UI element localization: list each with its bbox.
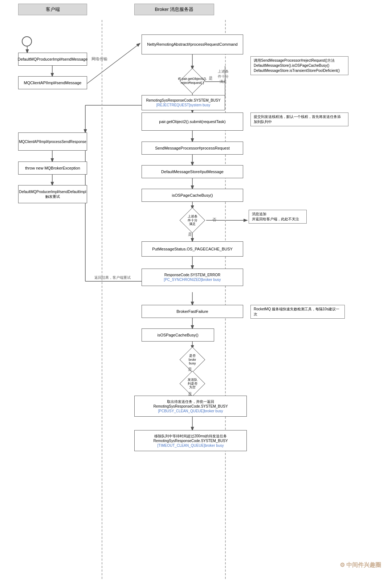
node-n1: DefaultMQProducerImpl#sendMessage <box>18 53 87 66</box>
diamond-n10: 上述条件十分满足 <box>178 208 207 233</box>
node-n17: 移除队列中等待时间超过200ms的待发送任务RemotingSysRespons… <box>134 430 247 451</box>
yes-label-n4: 是 <box>209 75 213 81</box>
node-n8: DefaultMessageStore#putMessage <box>142 165 243 178</box>
node-retry: DefaultMQProducerImpl#sendDefaultImpl触发重… <box>18 185 87 203</box>
annotation-n6: 提交到发送线程池，默认一个线程，首先将发送任务添加到队列中 <box>250 113 348 126</box>
client-label: 客户端 <box>46 7 60 12</box>
node-n6: pair.getObject2().submit(requestTask) <box>142 113 243 131</box>
condition-label-1: 上述条件十分满足 <box>218 69 229 84</box>
node-n5: RemotingSysResponseCode.SYSTEM_BUSY[REJE… <box>142 95 225 110</box>
node-n12: ResponseCode.SYSTEM_ERROR[PC_SYNCHRONIZE… <box>142 269 243 286</box>
annotation-n12: 返回结果，客户端重试 <box>94 275 131 280</box>
node-n16: 取出待发送任务，并统一返回RemotingSysResponseCode.SYS… <box>134 396 247 417</box>
node-n9: isOSPageCacheBusy() <box>142 189 243 202</box>
node-n7: SendMessageProcessor#processRequest <box>142 142 243 155</box>
divider-right <box>225 20 226 579</box>
annotation-no: 消息追加并返回给客户端，此处不关注 <box>249 210 307 224</box>
diamond-n4: If( pair.getObject1().rejectRequest( ) <box>178 68 207 94</box>
node-processSend: MQClientAPIImpl#processSendResponse <box>18 132 87 151</box>
node-throw: throw new MQBrokerException <box>18 162 87 175</box>
annotation-n4: 调用SendMessageProcessor#rejectRequest()方法… <box>250 56 348 75</box>
annotation-n13: RocketMQ 服务端快速失败检测工具，每隔10s建议一次 <box>250 305 345 319</box>
diamond-n14: 是否brokrbusy <box>178 347 207 372</box>
svg-line-2 <box>87 44 140 83</box>
header-broker: Broker 消息服务器 <box>134 4 214 15</box>
node-n14: isOSPageCacheBusy() <box>142 328 214 342</box>
diamond-n15: 发送队列是否为空 <box>178 371 207 396</box>
divider-left <box>102 20 102 579</box>
no-label-n10: 否 <box>212 217 216 222</box>
node-n3: NettyRemotingAbstract#processRequestComm… <box>142 34 243 54</box>
node-n11: PutMessageStatus.OS_PAGECACHE_BUSY <box>142 241 243 257</box>
yes-label-n10: 是 <box>188 232 192 237</box>
start-circle <box>22 36 32 46</box>
node-n2: MQClientAPIImpl#sendMessage <box>18 76 87 89</box>
node-n13: BrokerFastFailure <box>142 305 243 318</box>
network-label: 网络传输 <box>91 56 107 62</box>
header-client: 客户端 <box>18 4 87 15</box>
watermark: ⚙ 中间件兴趣圈 <box>340 561 381 569</box>
diagram-container: 客户端 Broker 消息服务器 DefaultMQProducerImpl#s… <box>0 0 392 580</box>
broker-label: Broker 消息服务器 <box>155 7 194 12</box>
